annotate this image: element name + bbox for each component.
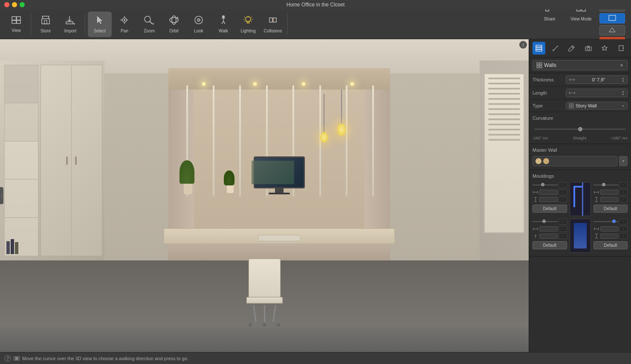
lighting-icon — [243, 15, 253, 27]
collisions-button[interactable]: Collisions — [261, 12, 285, 37]
orbit-button[interactable]: Orbit — [162, 12, 186, 37]
moulding-default-btn-3[interactable]: Default — [533, 241, 567, 249]
curvature-slider[interactable] — [534, 125, 626, 133]
moulding-dim-input-1[interactable] — [539, 190, 558, 195]
3d-viewport[interactable]: i — [0, 39, 529, 352]
moulding-slider-1[interactable] — [533, 185, 558, 185]
curvature-thumb[interactable] — [578, 127, 582, 131]
moulding-default-btn-4[interactable]: Default — [593, 241, 628, 249]
walls-dropdown[interactable]: Walls ▼ — [533, 60, 628, 70]
master-wall-color-2 — [543, 158, 549, 164]
chair-wheels — [243, 323, 286, 326]
zoom-arrow-icon: ▼ — [151, 22, 155, 26]
cabinet-door-right — [72, 65, 102, 256]
zoom-button[interactable]: ▼ Zoom — [137, 12, 161, 37]
moulding-height-row-4: ⬝ — [593, 233, 628, 239]
lighting-button[interactable]: Lighting — [236, 12, 260, 37]
pan-icon — [119, 15, 130, 27]
moulding-stepper-2[interactable]: ⬝ — [619, 182, 628, 188]
svg-rect-34 — [536, 45, 542, 47]
moulding-default-btn-1[interactable]: Default — [533, 205, 567, 213]
pan-button[interactable]: Pan — [113, 12, 136, 37]
store-button[interactable]: Store — [34, 12, 58, 37]
master-wall-bar[interactable] — [533, 156, 617, 166]
status-content: ? Move the cursor over the 3D view to ch… — [4, 355, 188, 362]
svg-point-12 — [172, 16, 176, 24]
thickness-stepper[interactable]: 0' 7,9" ▲ ▼ — [566, 75, 628, 84]
type-row: Type Story Wall ▼ — [529, 100, 631, 112]
panel-icon-camera[interactable] — [582, 42, 595, 55]
moulding-height-stepper-2[interactable]: ⬝ — [619, 196, 628, 202]
maximize-button[interactable] — [20, 2, 25, 7]
moulding-stepper-3[interactable]: ⬝ — [559, 219, 567, 225]
moulding-height-stepper-4[interactable]: ⬝ — [619, 233, 628, 239]
view-button[interactable]: View — [4, 12, 28, 37]
panel-icon-effects[interactable] — [598, 42, 611, 55]
moulding-height-input-4[interactable] — [600, 234, 619, 239]
cabinet-door-left — [41, 65, 72, 256]
moulding-stepper-1[interactable]: ⬝ — [559, 182, 567, 188]
import-button[interactable]: ▼ Import — [58, 12, 82, 37]
viewport-drag-handle[interactable] — [0, 187, 3, 204]
moulding-dim-stepper-1[interactable]: ⬝ — [559, 189, 567, 195]
svg-rect-44 — [537, 63, 539, 65]
render-btn[interactable] — [599, 25, 625, 35]
length-stepper[interactable]: ▲ ▼ — [566, 89, 628, 97]
v-strip-2 — [213, 85, 214, 196]
moulding-left-col: ⬝ ⬝ ⬝ Default — [533, 182, 567, 216]
svg-rect-19 — [269, 18, 272, 22]
collisions-label: Collisions — [264, 29, 282, 33]
cabinet-doors — [41, 65, 102, 256]
3d-view-btn[interactable] — [599, 13, 625, 23]
moulding-height-input-2[interactable] — [600, 197, 619, 202]
thickness-value: 0' 7,9" — [592, 77, 605, 82]
moulding-dim-input-2[interactable] — [600, 190, 619, 195]
panel-icon-pencil[interactable] — [565, 42, 578, 55]
panel-icon-door[interactable] — [615, 42, 628, 55]
walls-dropdown-content: Walls — [536, 62, 556, 68]
walk-indicator-icon — [14, 356, 20, 361]
walk-button[interactable]: Walk — [211, 12, 235, 37]
main-area: i — [0, 39, 631, 352]
panel-icon-layers[interactable] — [533, 42, 545, 55]
svg-rect-1 — [17, 17, 20, 20]
moulding-slider-2[interactable] — [593, 185, 619, 185]
moulding-slider-4[interactable] — [593, 221, 619, 222]
screen-content — [255, 158, 304, 187]
store-label: Store — [41, 29, 51, 33]
svg-rect-45 — [540, 63, 542, 65]
moulding-height-input-3[interactable] — [539, 234, 558, 239]
toolbar-divider-1 — [31, 14, 31, 35]
view-mode-label: View Mode — [570, 17, 591, 21]
type-selector-content: Story Wall — [569, 103, 597, 108]
ceiling-light-2 — [253, 82, 257, 86]
select-button[interactable]: Select — [88, 12, 112, 37]
zoom-icon-group: ▼ — [144, 15, 155, 27]
chair-leg-3 — [272, 305, 276, 322]
moulding-preview-col — [570, 182, 591, 216]
look-button[interactable]: Look — [187, 12, 211, 37]
moulding-height-input-1[interactable] — [539, 197, 558, 202]
type-selector[interactable]: Story Wall ▼ — [566, 102, 628, 110]
close-button[interactable] — [4, 2, 9, 7]
moulding-stepper-4[interactable]: ⬝ — [619, 219, 628, 225]
select-label: Select — [94, 29, 106, 33]
moulding-dim-input-4[interactable] — [600, 226, 619, 231]
panel-icon-measure[interactable] — [549, 42, 562, 55]
window-title: Home Office in the Closet — [287, 2, 345, 8]
moulding-dim-stepper-3[interactable]: ⬝ — [559, 226, 567, 232]
moulding-dim-stepper-4[interactable]: ⬝ — [619, 226, 628, 232]
slat-6 — [488, 103, 520, 105]
moulding-dim-stepper-2[interactable]: ⬝ — [619, 189, 628, 195]
moulding-height-stepper-3[interactable]: ⬝ — [559, 233, 567, 239]
minimize-button[interactable] — [12, 2, 17, 7]
pendant-light-1 — [337, 90, 346, 136]
moulding-slider-3[interactable] — [533, 221, 558, 222]
moulding-height-stepper-1[interactable]: ⬝ — [559, 196, 567, 202]
master-wall-expand[interactable]: ▼ — [619, 156, 628, 166]
info-badge[interactable]: i — [519, 41, 527, 49]
svg-point-9 — [145, 16, 151, 22]
moulding-default-btn-2[interactable]: Default — [593, 205, 628, 213]
chair-seat — [246, 297, 283, 303]
moulding-dim-input-3[interactable] — [539, 226, 558, 231]
